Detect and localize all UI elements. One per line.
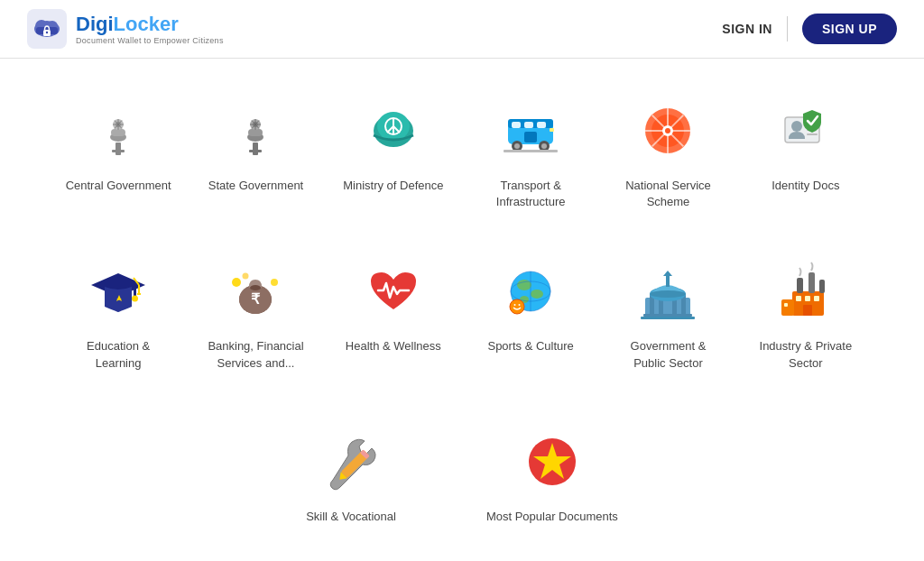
svg-rect-10 [111, 129, 125, 136]
most-popular-icon [516, 426, 588, 498]
svg-rect-36 [524, 122, 533, 128]
logo-area: DigiLocker Document Wallet to Empower Ci… [27, 9, 224, 49]
skill-vocational-icon [315, 426, 387, 498]
sports-icon [494, 255, 567, 327]
header-actions: SIGN IN SIGN UP [722, 14, 897, 44]
svg-rect-35 [512, 122, 521, 128]
banking-icon: ₹ [219, 255, 291, 327]
svg-rect-17 [253, 143, 258, 155]
logo-subtitle: Document Wallet to Empower Citizens [76, 36, 224, 45]
svg-rect-20 [248, 129, 263, 136]
svg-rect-96 [797, 278, 803, 293]
svg-rect-97 [808, 272, 815, 293]
industry-icon [770, 255, 842, 327]
state-government-label: State Government [208, 178, 304, 194]
logo-title: DigiLocker [76, 13, 224, 36]
category-health[interactable]: Health & Wellness [329, 246, 457, 380]
svg-rect-37 [537, 122, 546, 128]
most-popular-label: Most Popular Documents [486, 509, 618, 525]
app-header: DigiLocker Document Wallet to Empower Ci… [0, 0, 924, 59]
svg-text:₹: ₹ [251, 291, 261, 307]
sports-label: Sports & Culture [487, 338, 573, 354]
transport-label: Transport & Infrastructure [476, 178, 586, 210]
nss-icon [632, 95, 704, 167]
header-divider [787, 16, 788, 41]
svg-point-61 [132, 296, 138, 302]
industry-label: Industry & Private Sector [751, 338, 861, 371]
ministry-defence-icon [357, 95, 430, 167]
svg-point-82 [514, 304, 516, 306]
svg-point-52 [665, 128, 670, 133]
ministry-defence-label: Ministry of Defence [343, 178, 443, 194]
govt-public-label: Government & Public Sector [613, 338, 723, 371]
category-nss[interactable]: National Service Scheme [604, 86, 732, 219]
svg-point-42 [541, 143, 547, 149]
svg-point-68 [250, 285, 261, 290]
svg-rect-104 [784, 303, 788, 307]
svg-rect-102 [803, 305, 812, 316]
main-content: Central Government State Government [0, 59, 924, 561]
svg-rect-100 [805, 296, 810, 301]
sign-in-button[interactable]: SIGN IN [722, 22, 772, 36]
category-banking[interactable]: ₹ Banking, Financial Services and... [191, 246, 319, 380]
svg-rect-38 [524, 132, 537, 143]
svg-rect-43 [550, 128, 554, 132]
svg-rect-101 [814, 296, 819, 301]
health-label: Health & Wellness [346, 338, 441, 354]
identity-docs-label: Identity Docs [772, 178, 839, 194]
svg-point-6 [46, 32, 48, 33]
category-education[interactable]: Education & Learning [54, 246, 182, 380]
svg-point-75 [531, 290, 543, 299]
svg-point-55 [791, 121, 802, 132]
svg-rect-18 [249, 150, 262, 152]
svg-point-83 [519, 304, 521, 306]
svg-rect-7 [116, 143, 121, 155]
education-label: Education & Learning [63, 338, 173, 371]
banking-label: Banking, Financial Services and... [200, 338, 310, 371]
category-ministry-defence[interactable]: Ministry of Defence [329, 86, 457, 219]
categories-grid: Central Government State Government [54, 86, 870, 381]
svg-rect-8 [112, 150, 125, 152]
digilocker-logo-icon [27, 9, 67, 49]
svg-rect-58 [807, 133, 818, 135]
category-industry[interactable]: Industry & Private Sector [742, 246, 870, 380]
category-skill-vocational[interactable]: Skill & Vocational [297, 417, 405, 534]
svg-point-71 [271, 279, 278, 286]
category-most-popular[interactable]: Most Popular Documents [477, 417, 627, 534]
category-central-government[interactable]: Central Government [54, 86, 182, 219]
svg-rect-99 [796, 296, 801, 301]
category-sports[interactable]: Sports & Culture [467, 246, 595, 380]
svg-rect-94 [641, 317, 695, 319]
sign-up-button[interactable]: SIGN UP [802, 14, 897, 44]
svg-point-90 [650, 290, 686, 298]
svg-point-70 [232, 278, 241, 287]
transport-icon [494, 95, 567, 167]
svg-rect-98 [819, 280, 825, 293]
health-icon [357, 255, 430, 327]
svg-rect-103 [781, 299, 794, 316]
identity-docs-icon [770, 95, 842, 167]
skill-vocational-label: Skill & Vocational [306, 509, 396, 525]
nss-label: National Service Scheme [613, 178, 723, 210]
category-state-government[interactable]: State Government [191, 86, 319, 219]
svg-rect-91 [666, 276, 670, 287]
central-government-icon [82, 95, 154, 167]
bottom-categories-row: Skill & Vocational Most Popular Document… [54, 417, 870, 534]
education-icon [82, 255, 154, 327]
svg-rect-93 [643, 314, 692, 317]
logo-text: DigiLocker Document Wallet to Empower Ci… [76, 13, 224, 45]
category-govt-public[interactable]: Government & Public Sector [604, 246, 732, 380]
svg-point-72 [243, 273, 249, 280]
category-transport[interactable]: Transport & Infrastructure [467, 86, 595, 219]
central-government-label: Central Government [66, 178, 171, 194]
category-identity-docs[interactable]: Identity Docs [742, 86, 870, 219]
svg-point-40 [514, 143, 520, 149]
svg-marker-92 [663, 271, 672, 276]
state-government-icon [219, 95, 291, 167]
svg-rect-44 [504, 150, 558, 152]
govt-public-icon [632, 255, 704, 327]
